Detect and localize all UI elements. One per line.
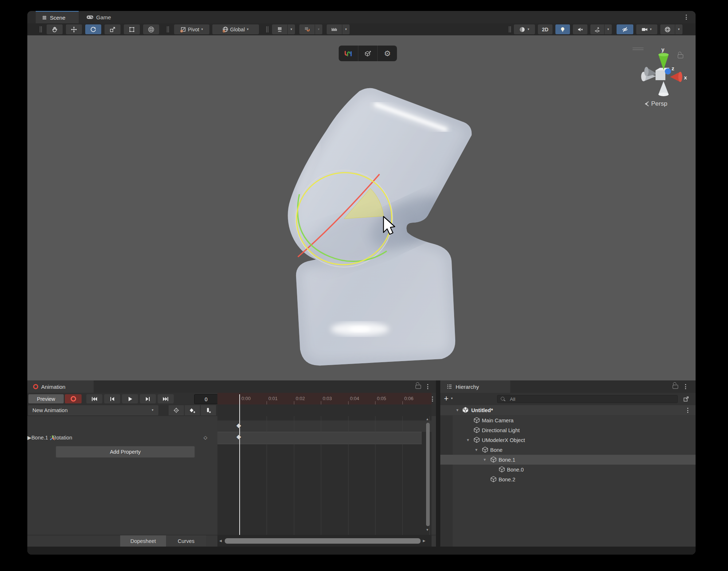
gizmo-lock-icon[interactable]: [678, 54, 683, 58]
scene-menu-icon[interactable]: [687, 408, 688, 413]
move-icon: [71, 26, 77, 33]
goto-last-frame-button[interactable]: [158, 394, 174, 403]
grid-visibility-dropdown[interactable]: ▼: [288, 24, 295, 34]
camera-settings-dropdown[interactable]: ▼: [636, 24, 657, 34]
scene-effects-dropdown[interactable]: ▼: [605, 24, 612, 34]
animation-clip-dropdown[interactable]: New Animation ▼: [28, 405, 158, 415]
open-search-window-icon[interactable]: [683, 396, 689, 402]
dopesheet-area[interactable]: [217, 416, 432, 535]
scene-visibility-button[interactable]: [617, 24, 633, 34]
foldout-closed-icon[interactable]: ▶: [27, 435, 31, 441]
tabbar-menu-icon[interactable]: [686, 15, 687, 20]
preview-toggle-button[interactable]: Preview: [28, 394, 64, 403]
grid-snap-button[interactable]: [299, 24, 315, 34]
snap-increment-button[interactable]: [327, 24, 342, 34]
foldout-open-icon[interactable]: ▼: [475, 448, 478, 452]
play-button[interactable]: [122, 394, 138, 403]
umodelerx-settings-button[interactable]: ⚙: [378, 46, 397, 61]
hierarchy-item-umodelerx-object[interactable]: ▼ UModelerX Object: [440, 435, 696, 445]
add-property-button[interactable]: Add Property: [56, 446, 195, 458]
snap-increment-dropdown[interactable]: ▼: [342, 24, 350, 34]
create-object-button[interactable]: [358, 46, 378, 61]
key-toggle-icon[interactable]: ◇: [204, 435, 207, 440]
current-frame-field[interactable]: [194, 394, 218, 404]
scroll-right-icon[interactable]: ▶: [423, 539, 425, 543]
tab-game[interactable]: Game: [80, 11, 117, 23]
2d-toggle-button[interactable]: 2D: [538, 24, 552, 34]
rect-tool-button[interactable]: [124, 24, 140, 34]
grid-snap-dropdown[interactable]: ▼: [315, 24, 322, 34]
hierarchy-item-bone0[interactable]: Bone.0: [440, 465, 696, 474]
hierarchy-item-bone[interactable]: ▼ Bone: [440, 445, 696, 455]
rotate-tool-button[interactable]: [85, 24, 101, 34]
keyframe-diamond[interactable]: ◆: [236, 422, 241, 429]
hierarchy-lock-icon[interactable]: [673, 385, 678, 389]
chevron-down-icon: ▼: [607, 28, 610, 31]
tab-animation[interactable]: Animation: [27, 380, 94, 393]
scroll-down-icon[interactable]: ▼: [426, 528, 429, 532]
panel-divider[interactable]: [436, 380, 440, 547]
toolbar-drag-handle[interactable]: [266, 26, 267, 32]
hierarchy-menu-icon[interactable]: [685, 384, 686, 389]
toolbar-drag-handle[interactable]: [509, 26, 509, 32]
scale-tool-button[interactable]: [105, 24, 121, 34]
scene-viewport[interactable]: ⚙ y z x: [27, 35, 696, 380]
add-event-button[interactable]: [201, 405, 216, 415]
gizmos-button[interactable]: [660, 24, 675, 34]
axis-y-label[interactable]: y: [661, 46, 664, 52]
tab-curves[interactable]: Curves: [166, 535, 206, 547]
playhead[interactable]: [239, 394, 240, 535]
axis-x-label[interactable]: x: [684, 74, 687, 81]
animation-lock-icon[interactable]: [416, 385, 421, 389]
grid-visibility-button[interactable]: [272, 24, 287, 34]
keyframe-diamond[interactable]: ◆: [236, 434, 241, 440]
hierarchy-item-bone2[interactable]: Bone.2: [440, 474, 696, 484]
orientation-gizmo[interactable]: y z x Persp: [617, 43, 694, 116]
umodelerx-logo-button[interactable]: [339, 46, 358, 61]
toolbar-drag-handle[interactable]: [167, 26, 168, 32]
shading-mode-dropdown[interactable]: ▼: [514, 24, 535, 34]
timeline-ruler[interactable]: 0:00 0:01 0:02 0:03 0:04 0:05 0:06: [217, 393, 432, 405]
pivot-dropdown[interactable]: Pivot ▼: [174, 24, 209, 34]
foldout-open-icon[interactable]: ▼: [456, 408, 459, 412]
create-object-dropdown[interactable]: + ▼: [444, 394, 453, 403]
scene-effects-button[interactable]: [590, 24, 604, 34]
scene-lighting-button[interactable]: [555, 24, 570, 34]
property-track-row[interactable]: ▶ Bone.1 : Rotation ◇: [27, 432, 217, 443]
horizontal-scrollbar-thumb[interactable]: [225, 538, 421, 544]
cube-plus-icon: [364, 50, 371, 57]
next-frame-button[interactable]: [140, 394, 156, 403]
move-tool-button[interactable]: [66, 24, 82, 34]
previous-frame-button[interactable]: [104, 394, 120, 403]
projection-toggle[interactable]: Persp: [644, 100, 667, 107]
view-tool-button[interactable]: [47, 24, 63, 34]
hierarchy-item-main-camera[interactable]: Main Camera: [440, 415, 696, 425]
animation-menu-icon[interactable]: [427, 384, 428, 389]
toolbar-drag-handle[interactable]: [40, 26, 40, 32]
tab-dopesheet[interactable]: Dopesheet: [120, 535, 166, 547]
hierarchy-item-directional-light[interactable]: Directional Light: [440, 425, 696, 435]
vertical-scrollbar-thumb[interactable]: [426, 423, 430, 526]
clip-row-timeline-bg: [217, 404, 432, 416]
foldout-open-icon[interactable]: ▼: [466, 438, 470, 442]
global-dropdown[interactable]: Global ▼: [212, 24, 259, 34]
gizmos-dropdown[interactable]: ▼: [675, 24, 682, 34]
hierarchy-item-bone1-selected[interactable]: ▼ Bone.1: [440, 455, 696, 465]
tab-scene[interactable]: Scene: [36, 11, 79, 23]
scene-audio-button[interactable]: [573, 24, 587, 34]
add-keyframe-button[interactable]: [185, 405, 200, 415]
hierarchy-search-input[interactable]: [497, 395, 678, 403]
gizmo-drag-handle[interactable]: [633, 48, 644, 48]
record-button[interactable]: [65, 394, 82, 403]
tab-hierarchy[interactable]: Hierarchy: [440, 380, 510, 393]
axis-z-label[interactable]: z: [672, 65, 674, 71]
hierarchy-item-untitled[interactable]: ▼ Untitled*: [440, 405, 696, 415]
transform-tool-button[interactable]: [143, 24, 159, 34]
scroll-up-icon[interactable]: ▲: [426, 418, 429, 421]
goto-first-frame-button[interactable]: [86, 394, 102, 403]
foldout-open-icon[interactable]: ▼: [483, 458, 487, 462]
step-forward-icon: [144, 396, 151, 402]
filter-by-selection-button[interactable]: [169, 405, 184, 415]
scroll-left-icon[interactable]: ◀: [219, 539, 222, 543]
timeline-menu-icon[interactable]: [432, 396, 433, 402]
